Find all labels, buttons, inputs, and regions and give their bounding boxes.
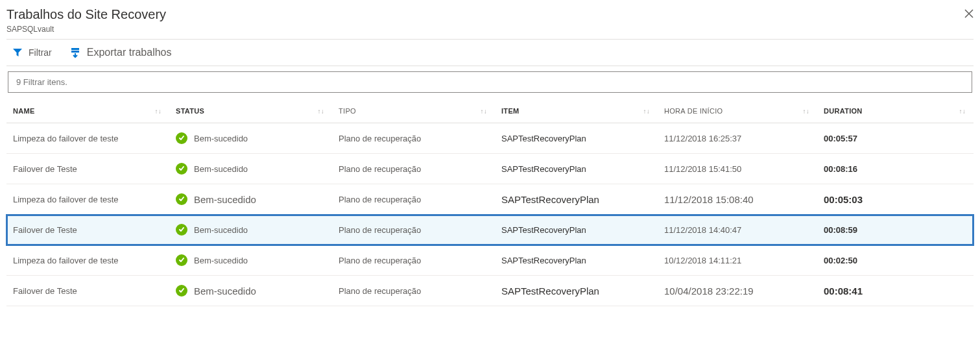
cell-start: 10/04/2018 23:22:19 (658, 276, 817, 306)
blade-header: Trabalhos do Site Recovery SAPSQLvault (6, 5, 974, 39)
table-row[interactable]: Limpeza do failover de testeBem-sucedido… (6, 123, 974, 154)
close-icon[interactable] (964, 8, 974, 21)
cell-duration: 00:08:16 (817, 154, 974, 184)
col-type[interactable]: TIPO ↑↓ (332, 99, 495, 123)
sort-icon: ↑↓ (959, 108, 966, 115)
filter-items-input[interactable] (8, 71, 972, 93)
cell-type: Plano de recuperação (332, 184, 495, 215)
col-status[interactable]: STATUS ↑↓ (169, 99, 332, 123)
cell-item: SAPTestRecoveryPlan (495, 245, 658, 276)
col-item-label: ITEM (501, 107, 519, 115)
table-row[interactable]: Limpeza do failover de testeBem-sucedido… (6, 184, 974, 215)
cell-type: Plano de recuperação (332, 276, 495, 306)
cell-duration: 00:05:03 (817, 184, 974, 215)
cell-type: Plano de recuperação (332, 123, 495, 154)
cell-duration: 00:08:59 (817, 215, 974, 245)
status-text: Bem-sucedido (194, 194, 256, 205)
col-name-label: NAME (13, 107, 35, 115)
cell-duration: 00:05:57 (817, 123, 974, 154)
status-text: Bem-sucedido (194, 256, 248, 265)
filter-button[interactable]: Filtrar (12, 47, 52, 58)
export-button-label: Exportar trabalhos (87, 47, 172, 58)
export-icon (69, 46, 82, 59)
col-name[interactable]: NAME ↑↓ (6, 99, 169, 123)
cell-status: Bem-sucedido (169, 245, 332, 276)
cell-item: SAPTestRecoveryPlan (495, 184, 658, 215)
success-icon (176, 132, 187, 144)
col-start-label: HORA DE INÍCIO (664, 107, 723, 115)
cell-name: Limpeza do failover de teste (6, 245, 169, 276)
table-row[interactable]: Limpeza do failover de testeBem-sucedido… (6, 245, 974, 276)
cell-name: Failover de Teste (6, 215, 169, 245)
sort-icon: ↑↓ (154, 108, 161, 115)
svg-rect-1 (71, 51, 79, 53)
table-header-row: NAME ↑↓ STATUS ↑↓ TIPO ↑↓ ITEM ↑↓ HORA D… (6, 99, 974, 123)
table-row[interactable]: Failover de TesteBem-sucedidoPlano de re… (6, 154, 974, 184)
cell-duration: 00:08:41 (817, 276, 974, 306)
cell-item: SAPTestRecoveryPlan (495, 123, 658, 154)
cell-status: Bem-sucedido (169, 215, 332, 245)
command-bar: Filtrar Exportar trabalhos (6, 40, 974, 66)
cell-status: Bem-sucedido (169, 154, 332, 184)
export-button[interactable]: Exportar trabalhos (69, 46, 172, 59)
col-duration-label: DURATION (824, 107, 863, 115)
cell-name: Limpeza do failover de teste (6, 184, 169, 215)
cell-status: Bem-sucedido (169, 123, 332, 154)
jobs-table: NAME ↑↓ STATUS ↑↓ TIPO ↑↓ ITEM ↑↓ HORA D… (6, 99, 974, 306)
breadcrumb: SAPSQLvault (6, 25, 974, 34)
cell-status: Bem-sucedido (169, 184, 332, 215)
success-icon (176, 193, 187, 205)
cell-item: SAPTestRecoveryPlan (495, 276, 658, 306)
cell-start: 10/12/2018 14:11:21 (658, 245, 817, 276)
cell-name: Failover de Teste (6, 276, 169, 306)
success-icon (176, 163, 187, 175)
status-text: Bem-sucedido (194, 285, 256, 297)
status-text: Bem-sucedido (194, 134, 248, 143)
cell-type: Plano de recuperação (332, 245, 495, 276)
col-start[interactable]: HORA DE INÍCIO ↑↓ (658, 99, 817, 123)
sort-icon: ↑↓ (317, 108, 324, 115)
sort-icon: ↑↓ (643, 108, 650, 115)
status-text: Bem-sucedido (194, 225, 248, 235)
cell-item: SAPTestRecoveryPlan (495, 215, 658, 245)
cell-name: Failover de Teste (6, 154, 169, 184)
cell-start: 11/12/2018 16:25:37 (658, 123, 817, 154)
cell-status: Bem-sucedido (169, 276, 332, 306)
success-icon (176, 224, 187, 236)
col-type-label: TIPO (339, 107, 356, 115)
table-row[interactable]: Failover de TesteBem-sucedidoPlano de re… (6, 276, 974, 306)
funnel-icon (12, 47, 23, 58)
success-icon (176, 254, 187, 266)
col-duration[interactable]: DURATION ↑↓ (817, 99, 974, 123)
cell-duration: 00:02:50 (817, 245, 974, 276)
cell-name: Limpeza do failover de teste (6, 123, 169, 154)
cell-item: SAPTestRecoveryPlan (495, 154, 658, 184)
cell-type: Plano de recuperação (332, 154, 495, 184)
sort-icon: ↑↓ (802, 108, 809, 115)
cell-start: 11/12/2018 15:41:50 (658, 154, 817, 184)
cell-start: 11/12/2018 14:40:47 (658, 215, 817, 245)
page-title: Trabalhos do Site Recovery (6, 5, 974, 23)
col-item[interactable]: ITEM ↑↓ (495, 99, 658, 123)
filter-button-label: Filtrar (29, 47, 52, 58)
cell-type: Plano de recuperação (332, 215, 495, 245)
table-row[interactable]: Failover de TesteBem-sucedidoPlano de re… (6, 215, 974, 245)
svg-rect-0 (71, 48, 79, 50)
success-icon (176, 285, 187, 297)
cell-start: 11/12/2018 15:08:40 (658, 184, 817, 215)
sort-icon: ↑↓ (480, 108, 487, 115)
col-status-label: STATUS (176, 107, 204, 115)
status-text: Bem-sucedido (194, 164, 248, 174)
